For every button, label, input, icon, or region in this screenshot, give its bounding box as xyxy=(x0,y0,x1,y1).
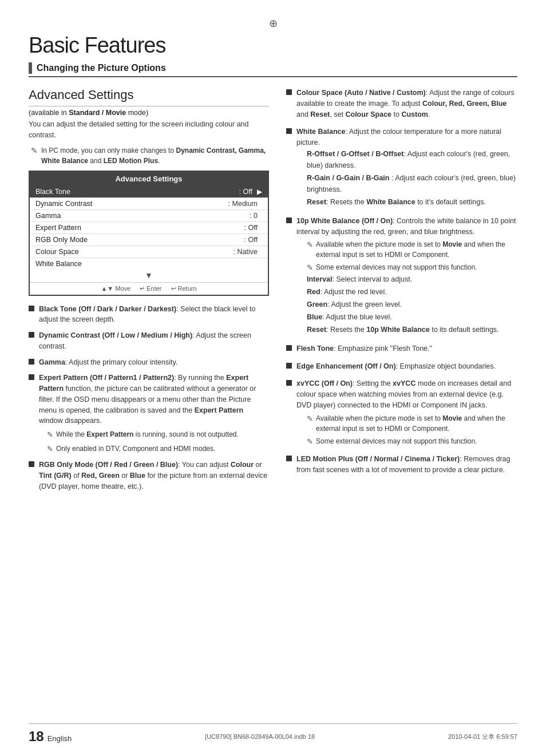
row-label-rgb-only-mode: RGB Only Mode xyxy=(35,236,244,244)
bullet-content-dynamic-contrast: Dynamic Contrast (Off / Low / Medium / H… xyxy=(39,330,269,352)
sub-note-icon-1: ✎ xyxy=(47,429,53,441)
bullet-square-expert-pattern xyxy=(29,374,34,380)
10p-interval: Interval: Select interval to adjust. xyxy=(307,274,517,285)
sub-note-text-1: While the Expert Pattern is running, sou… xyxy=(56,429,239,440)
settings-row-dynamic-contrast[interactable]: Dynamic Contrast : Medium xyxy=(30,198,268,210)
right-bullet-edge-enhancement: Edge Enhancement (Off / On): Emphasize o… xyxy=(286,361,517,372)
bullet-content-gamma: Gamma: Adjust the primary colour intensi… xyxy=(39,357,269,368)
right-square-edge-enhancement xyxy=(286,363,292,369)
right-sub-text-10p-2: Some external devices may not support th… xyxy=(316,262,477,272)
sub-note-text-2: Only enabled in DTV, Component and HDMI … xyxy=(56,444,215,454)
scroll-down-arrow: ▼ xyxy=(30,270,268,282)
right-square-flesh-tone xyxy=(286,345,292,351)
footer-left: 18 English xyxy=(29,729,72,745)
bullet-rgb-only-mode: RGB Only Mode (Off / Red / Green / Blue)… xyxy=(29,460,269,492)
10p-blue: Blue: Adjust the blue level. xyxy=(307,311,517,323)
right-square-colour-space xyxy=(286,89,292,95)
row-arrow-black-tone: ▶ xyxy=(257,188,262,196)
bullet-content-rgb-only-mode: RGB Only Mode (Off / Red / Green / Blue)… xyxy=(39,460,269,492)
bullet-square-dynamic-contrast xyxy=(29,332,34,338)
section-header-bar xyxy=(29,62,32,74)
right-content-colour-space: Colour Space (Auto / Native / Custom): A… xyxy=(296,88,517,120)
bullet-square-gamma xyxy=(29,359,34,365)
section-header: Changing the Picture Options xyxy=(29,62,517,77)
row-value-dynamic-contrast: : Medium xyxy=(228,200,258,208)
page-footer: 18 English [UC8790] BN68-02849A-00L04.in… xyxy=(29,723,517,745)
wb-reset: Reset: Resets the White Balance to it's … xyxy=(307,196,517,208)
page-number: 18 xyxy=(29,729,44,745)
bullet-square-black-tone xyxy=(29,306,34,311)
bullet-square-rgb-only-mode xyxy=(29,461,34,467)
sub-note-expert-2: ✎ Only enabled in DTV, Component and HDM… xyxy=(47,444,269,455)
row-value-colour-space: : Native xyxy=(234,248,258,256)
settings-row-white-balance[interactable]: White Balance xyxy=(30,258,268,270)
row-value-gamma: : 0 xyxy=(250,212,258,220)
nav-enter: ↵ Enter xyxy=(140,285,161,292)
row-value-expert-pattern: : Off xyxy=(244,224,258,232)
row-label-dynamic-contrast: Dynamic Contrast xyxy=(35,200,228,208)
note-text: In PC mode, you can only make changes to… xyxy=(41,145,269,166)
advanced-settings-title: Advanced Settings xyxy=(29,88,269,106)
row-label-black-tone: Black Tone xyxy=(35,188,239,196)
available-note: (available in Standard / Movie mode) xyxy=(29,109,269,117)
wb-offset: R-Offset / G-Offset / B-Offset: Adjust e… xyxy=(307,148,517,171)
right-content-edge-enhancement: Edge Enhancement (Off / On): Emphasize o… xyxy=(296,361,517,372)
settings-row-rgb-only-mode[interactable]: RGB Only Mode : Off xyxy=(30,234,268,246)
bullet-black-tone: Black Tone (Off / Dark / Darker / Darkes… xyxy=(29,304,269,326)
right-bullet-led-motion-plus: LED Motion Plus (Off / Normal / Cinema /… xyxy=(286,454,517,476)
settings-table: Advanced Settings Black Tone : Off ▶ Dyn… xyxy=(29,171,269,296)
right-bullet-xvycc: xvYCC (Off / On): Setting the xvYCC mode… xyxy=(286,378,517,447)
right-sub-note-xvycc-1: ✎ Available when the picture mode is set… xyxy=(307,413,517,434)
right-content-white-balance: White Balance: Adjust the colour tempera… xyxy=(296,126,517,209)
right-sub-note-xvycc-2: ✎ Some external devices may not support … xyxy=(307,436,517,448)
bullet-gamma: Gamma: Adjust the primary colour intensi… xyxy=(29,357,269,368)
right-bullet-white-balance: White Balance: Adjust the colour tempera… xyxy=(286,126,517,209)
right-column: Colour Space (Auto / Native / Custom): A… xyxy=(286,88,517,497)
nav-return: ↩ Return xyxy=(171,285,197,292)
footer-language: English xyxy=(48,734,72,743)
section-title: Changing the Picture Options xyxy=(37,63,166,73)
right-sub-text-10p-1: Available when the picture mode is set t… xyxy=(316,239,517,260)
description-text: You can adjust the detailed setting for … xyxy=(29,119,269,141)
footer-file-info: [UC8790] BN68-02849A-00L04.indb 18 xyxy=(205,733,315,740)
right-square-led-motion-plus xyxy=(286,456,292,461)
wb-gain: R-Gain / G-Gain / B-Gain : Adjust each c… xyxy=(307,172,517,195)
10p-green: Green: Adjust the green level. xyxy=(307,299,517,310)
right-content-10p-wb: 10p White Balance (Off / On): Controls t… xyxy=(296,216,517,337)
row-label-gamma: Gamma xyxy=(35,212,250,220)
settings-row-expert-pattern[interactable]: Expert Pattern : Off xyxy=(30,222,268,234)
right-content-led-motion-plus: LED Motion Plus (Off / Normal / Cinema /… xyxy=(296,454,517,476)
right-square-xvycc xyxy=(286,380,292,386)
settings-row-gamma[interactable]: Gamma : 0 xyxy=(30,210,268,222)
bullet-dynamic-contrast: Dynamic Contrast (Off / Low / Medium / H… xyxy=(29,330,269,352)
right-sub-text-xvycc-1: Available when the picture mode is set t… xyxy=(316,413,517,434)
settings-row-black-tone[interactable]: Black Tone : Off ▶ xyxy=(30,186,268,198)
bullet-content-black-tone: Black Tone (Off / Dark / Darker / Darkes… xyxy=(39,304,269,326)
right-sub-note-10p-2: ✎ Some external devices may not support … xyxy=(307,262,517,274)
row-label-white-balance: White Balance xyxy=(35,260,258,268)
nav-move: ▲▼ Move xyxy=(101,285,130,292)
settings-row-colour-space[interactable]: Colour Space : Native xyxy=(30,246,268,258)
settings-table-body: Black Tone : Off ▶ Dynamic Contrast : Me… xyxy=(30,186,268,270)
10p-red: Red: Adjust the red level. xyxy=(307,286,517,298)
sub-note-expert-1: ✎ While the Expert Pattern is running, s… xyxy=(47,429,269,441)
sub-note-icon-2: ✎ xyxy=(47,444,53,455)
top-compass-icon: ⊕ xyxy=(29,17,517,30)
left-column: Advanced Settings (available in Standard… xyxy=(29,88,269,497)
settings-nav: ▲▼ Move ↵ Enter ↩ Return xyxy=(30,282,268,295)
right-bullet-flesh-tone: Flesh Tone: Emphasize pink "Flesh Tone." xyxy=(286,343,517,354)
left-bullets: Black Tone (Off / Dark / Darker / Darkes… xyxy=(29,304,269,492)
right-sub-icon-xvycc-2: ✎ xyxy=(307,436,313,448)
right-bullet-10p-wb: 10p White Balance (Off / On): Controls t… xyxy=(286,216,517,337)
pc-mode-note: ✎ In PC mode, you can only make changes … xyxy=(29,145,269,166)
row-value-black-tone: : Off xyxy=(239,188,252,196)
note-icon: ✎ xyxy=(31,146,38,155)
bullet-expert-pattern: Expert Pattern (Off / Pattern1 / Pattern… xyxy=(29,373,269,454)
right-bullet-colour-space: Colour Space (Auto / Native / Custom): A… xyxy=(286,88,517,120)
settings-table-header: Advanced Settings xyxy=(30,172,268,186)
right-content-xvycc: xvYCC (Off / On): Setting the xvYCC mode… xyxy=(296,378,517,447)
footer-date-info: 2010-04-01 오후 6:59:57 xyxy=(448,733,517,741)
right-square-white-balance xyxy=(286,128,292,134)
right-sub-icon-10p-1: ✎ xyxy=(307,239,313,251)
right-square-10p-wb xyxy=(286,217,292,223)
